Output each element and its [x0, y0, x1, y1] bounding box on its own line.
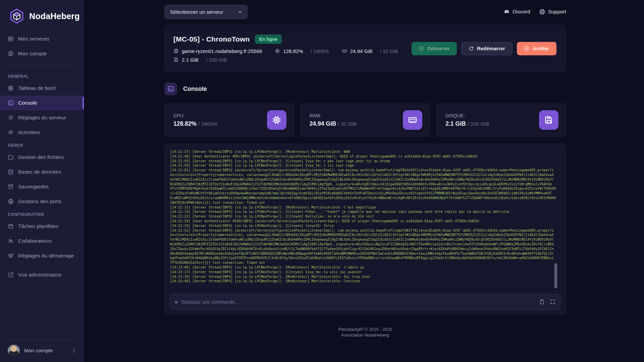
- command-bar: »: [170, 294, 560, 310]
- support-label: Support: [548, 9, 566, 15]
- sidebar-item-activites[interactable]: Activitées: [0, 125, 84, 140]
- chevron-down-icon: [237, 9, 243, 14]
- sidebar-spacer: [0, 282, 84, 340]
- server-disk-usage: 2.1 GiB / 200 GiB: [173, 57, 227, 63]
- disk-icon: [539, 110, 558, 130]
- log-line: [14:22:34] [Server thread/INFO] [co.lp.l…: [170, 224, 556, 228]
- log-line: GraMZCuWPdJ9X5LQ3ch/v/upWH4M61i1nVzC8WjH…: [170, 196, 556, 200]
- sidebar-item-mon-compte[interactable]: Mon compte: [0, 46, 84, 61]
- sidebar-item-reglages-demarrage[interactable]: Réglages du démarrage: [0, 248, 84, 263]
- archive-icon: [8, 184, 14, 190]
- log-line: [14:21:43] [Server thread/INFO] [co.lp.l…: [170, 159, 556, 164]
- discord-label: Discord: [513, 9, 530, 15]
- calendar-icon: [8, 223, 14, 229]
- discord-link[interactable]: Discord: [503, 9, 530, 15]
- stat-label: RAM:: [310, 113, 357, 118]
- log-line: NjA5M2IyZGM4Y2NjMTI3ZTUxY2IyNzE1OGJkMmRk…: [170, 242, 556, 247]
- restart-button[interactable]: Redémarrer: [461, 42, 513, 55]
- prompt-chevrons-icon: »: [175, 299, 177, 305]
- sidebar-item-sauvegardes[interactable]: Sauvegardes: [0, 179, 84, 194]
- sidebar: NodaHeberg Mes serveurs Mon compte GÉNÉR…: [0, 0, 84, 362]
- server-select[interactable]: Sélectionner un serveur: [164, 5, 248, 19]
- external-link-icon: [8, 272, 14, 278]
- sidebar-item-gestion-fichiers[interactable]: Gestion des fichiers: [0, 150, 84, 165]
- cpu-icon: [267, 110, 286, 130]
- stop-button[interactable]: Arrêter: [517, 42, 556, 55]
- scrollbar-thumb[interactable]: [554, 263, 557, 288]
- log-line: [14:21:37] [Server thread/INFO] [co.lp.l…: [170, 149, 556, 154]
- restart-icon: [469, 46, 474, 51]
- stat-label: DISQUE:: [445, 113, 489, 118]
- stat-card-cpu: CPU: 128.82% / 1600%: [164, 103, 294, 137]
- sidebar-item-mes-serveurs[interactable]: Mes serveurs: [0, 32, 84, 46]
- sidebar-divider: [7, 66, 77, 66]
- log-line: [14:21:40] [User Authenticator #99/INFO]…: [170, 154, 556, 159]
- expand-icon[interactable]: [550, 299, 555, 305]
- footer-association: Association NodaHeberg: [164, 332, 566, 338]
- log-line: NjA5M2IyZGM4Y2NjMTI3ZTUxY2IyNzE1OGJkMmRk…: [170, 182, 556, 187]
- sidebar-item-label: Collaborateurs: [18, 238, 52, 244]
- log-line: [14:22:01] [Server thread/INFO] [minecra…: [170, 168, 556, 173]
- stat-card-ram: RAM: 24.94 GiB / 32 GiB: [301, 103, 430, 137]
- log-line: slrEZ0azFvWSdNC4Y5t6KiqGVxkjtoDU0gw4w8Ke…: [170, 191, 556, 196]
- stats-row: CPU: 128.82% / 1600% RAM: 24.94 GiB / 32…: [164, 103, 566, 137]
- log-line: [14:23:39] [Server thread/INFO] [co.lp.l…: [170, 275, 556, 279]
- sidebar-item-tableau-de-bord[interactable]: Tableau de bord: [0, 81, 84, 96]
- sidebar-item-label: Réglages du serveur: [18, 115, 66, 121]
- log-line: [14:21:50] [Server thread/INFO] [co.lp.l…: [170, 163, 556, 168]
- command-input[interactable]: [181, 299, 535, 305]
- servers-icon: [8, 36, 14, 42]
- sidebar-item-label: Console: [18, 100, 37, 106]
- server-info: game-ryzen01.nodaheberg.fr:25569 128.82%…: [173, 48, 398, 63]
- lifebuoy-icon: [539, 9, 545, 15]
- section-label-configuration: CONFIGURATION: [0, 209, 84, 219]
- sidebar-item-bases-de-donnees[interactable]: Bases de données: [0, 165, 84, 179]
- sidebar-item-label: Sauvegardes: [18, 184, 49, 190]
- sidebar-item-label: Gestion des fichiers: [18, 154, 64, 160]
- server-address: game-ryzen01.nodaheberg.fr:25569: [173, 48, 262, 54]
- sidebar-item-reglages-serveur[interactable]: Réglages du serveur: [0, 110, 84, 125]
- sidebar-account-section: Mon compte: [7, 340, 77, 362]
- sidebar-item-label: Réglages du démarrage: [18, 253, 74, 259]
- sidebar-item-console[interactable]: Console: [0, 96, 84, 110]
- disk-icon: [173, 57, 179, 62]
- sidebar-item-taches-planifiees[interactable]: Tâches planifiées: [0, 219, 84, 234]
- sidebar-item-label: Vue administrateur: [18, 272, 62, 278]
- dashboard-grid-icon: [8, 85, 14, 91]
- account-row[interactable]: Mon compte: [7, 345, 77, 357]
- status-badge: En ligne: [255, 35, 282, 44]
- sliders-icon: [8, 253, 14, 259]
- support-link[interactable]: Support: [539, 9, 566, 15]
- database-icon: [8, 169, 14, 175]
- log-line: IDn7Zwuds31PaWrPw/kEb3C4yZ9I1f4pLtEDDdbV…: [170, 247, 556, 251]
- clipboard-icon[interactable]: [539, 299, 545, 305]
- brand-logo-icon: [9, 7, 25, 25]
- stat-card-disk: DISQUE: 2.1 GiB / 200 GiB: [436, 103, 566, 137]
- stat-label: CPU:: [173, 113, 217, 118]
- log-line: [14:22:11] [Server thread/INFO] [co.lp.l…: [170, 205, 556, 210]
- log-line: [14:22:14] [Server thread/INFO] [co.lp.l…: [170, 209, 556, 214]
- server-meta: [MC-05] - ChronoTown En ligne game-ryzen…: [173, 35, 398, 63]
- log-line: hnYW1lMDA1IiwKICAic2lnbmF0dXJlUmVxdWlyZW…: [170, 177, 556, 182]
- kebab-menu-icon[interactable]: [71, 348, 77, 353]
- discord-icon: [503, 9, 510, 15]
- log-line: es={textures=[Property[name=textures, va…: [170, 173, 556, 177]
- log-line: [14:23:17] [Server thread/INFO] [co.lp.l…: [170, 270, 556, 275]
- user-avatar: [8, 345, 20, 357]
- log-line: es={textures=[Property[name=textures, va…: [170, 233, 556, 237]
- console-log[interactable]: [14:21:37] [Server thread/INFO] [co.lp.l…: [165, 144, 566, 294]
- start-button[interactable]: Démarrer: [412, 42, 457, 55]
- sidebar-item-collaborateurs[interactable]: Collaborateurs: [0, 234, 84, 248]
- memory-icon: [342, 48, 347, 54]
- log-line: [14:22:52] [Server thread/INFO] [minecra…: [170, 228, 556, 233]
- topbar-links: Discord Support: [503, 9, 566, 15]
- sidebar-item-label: Mon compte: [18, 51, 47, 57]
- console-section-header: Console: [164, 82, 566, 95]
- section-label-general: GÉNÉRAL: [0, 71, 84, 81]
- sidebar-item-gestion-ports[interactable]: Gestions des ports: [0, 194, 84, 209]
- sidebar-item-vue-administrateur[interactable]: Vue administrateur: [0, 267, 84, 282]
- server-cpu-usage: 128.82% / 1600%: [275, 48, 329, 54]
- user-circle-icon: [8, 51, 14, 57]
- play-circle-icon: [419, 46, 424, 51]
- folder-icon: [8, 154, 14, 160]
